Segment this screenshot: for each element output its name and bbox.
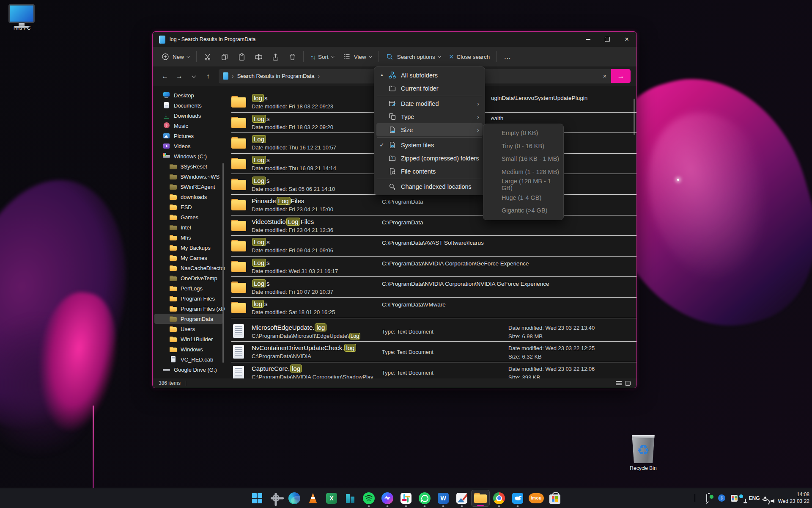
- result-row-folder[interactable]: LogsDate modified: Fri 10 07 20 10:37C:\…: [231, 277, 636, 298]
- result-row-folder[interactable]: LogsDate modified: Fri 09 04 21 09:06C:\…: [231, 236, 636, 257]
- taskbar-icon-edge[interactable]: [285, 490, 304, 507]
- paste-button[interactable]: [233, 50, 250, 64]
- sidebar-item--winreagent[interactable]: $WinREAgent: [153, 182, 225, 192]
- this-pc-icon[interactable]: This PC: [3, 4, 40, 31]
- taskbar-icon-spotify[interactable]: [359, 490, 378, 507]
- menu-item-system-files[interactable]: ✓System files: [376, 138, 483, 152]
- result-row-folder[interactable]: logsDate modified: Sat 18 01 20 16:25C:\…: [231, 298, 636, 318]
- taskbar-icon-photos[interactable]: [453, 490, 471, 507]
- sidebar-item-downloads[interactable]: Downloads: [153, 110, 225, 121]
- result-row-file[interactable]: MicrosoftEdgeUpdate.logC:\ProgramData\Mi…: [231, 321, 636, 342]
- menu-item-file-contents[interactable]: File contents: [376, 165, 483, 178]
- menu-item-current-folder[interactable]: Current folder: [376, 82, 483, 95]
- taskbar-icon-slack[interactable]: [397, 490, 415, 507]
- sidebar-item-my-backups[interactable]: My Backups: [153, 243, 225, 253]
- result-row-file[interactable]: CaptureCore.logC:\ProgramData\NVIDIA Cor…: [231, 362, 636, 378]
- sidebar-item-nascachedirectory[interactable]: NasCacheDirectory: [153, 263, 225, 273]
- sidebar-item-vc-red-cab[interactable]: VC_RED.cab: [153, 354, 225, 364]
- sidebar-item-users[interactable]: Users: [153, 324, 225, 334]
- taskbar-icon-buildings[interactable]: [341, 490, 359, 507]
- sidebar-scrollbar[interactable]: [222, 163, 224, 363]
- clear-search-icon[interactable]: ×: [598, 72, 611, 80]
- sidebar-item--sysreset[interactable]: $SysReset: [153, 161, 225, 171]
- taskbar-icon-word[interactable]: W: [434, 490, 453, 507]
- sidebar-item-windows[interactable]: Windows: [153, 344, 225, 354]
- sidebar-item-google-drive-g-[interactable]: Google Drive (G:): [153, 364, 225, 375]
- tray-usb-icon[interactable]: [706, 494, 707, 502]
- sidebar-item-pictures[interactable]: Pictures: [153, 131, 225, 141]
- maximize-button[interactable]: [598, 32, 617, 47]
- up-button[interactable]: ↑: [202, 70, 214, 83]
- search-go-button[interactable]: →: [611, 69, 631, 83]
- taskbar-icon-imou[interactable]: imou: [527, 490, 546, 507]
- sidebar-item-win11builder[interactable]: Win11Builder: [153, 334, 225, 344]
- cut-button[interactable]: [199, 50, 216, 64]
- result-row-folder[interactable]: Pinnacle Log FilesDate modified: Fri 23 …: [231, 195, 636, 215]
- taskbar-icon-start[interactable]: [248, 490, 266, 507]
- tray-show-hidden-icons[interactable]: [695, 494, 695, 502]
- sort-button[interactable]: ↑↓ Sort: [306, 50, 338, 64]
- taskbar-icon-messenger[interactable]: [378, 490, 397, 507]
- large-icons-view-icon[interactable]: [625, 381, 631, 386]
- sidebar-item-videos[interactable]: Videos: [153, 141, 225, 151]
- sidebar-item-onedrivetemp[interactable]: OneDriveTemp: [153, 273, 225, 283]
- sidebar-item-my-games[interactable]: My Games: [153, 253, 225, 263]
- sidebar-item-program-files-x86-[interactable]: Program Files (x86): [153, 304, 225, 314]
- view-button[interactable]: View: [338, 50, 376, 64]
- close-search-button[interactable]: × Close search: [445, 50, 494, 64]
- menu-item-change-indexed-locations[interactable]: Change indexed locations: [376, 180, 483, 193]
- minimize-button[interactable]: [578, 32, 598, 47]
- forward-button[interactable]: →: [173, 70, 186, 83]
- more-options-button[interactable]: …: [499, 50, 516, 64]
- taskbar-icon-vlc[interactable]: [304, 490, 322, 507]
- menu-item-type[interactable]: Type›: [376, 110, 483, 123]
- sidebar-item-desktop[interactable]: Desktop: [153, 90, 225, 100]
- title-bar[interactable]: log - Search Results in ProgramData ×: [153, 32, 636, 47]
- tray-photos-icon[interactable]: [731, 495, 738, 502]
- submenu-item-medium-1-128-mb-[interactable]: Medium (1 - 128 MB): [486, 166, 561, 179]
- sidebar-item-windows-c-[interactable]: Windows (C:): [153, 151, 225, 161]
- submenu-item-empty-0-kb-[interactable]: Empty (0 KB): [486, 127, 561, 140]
- menu-item-size[interactable]: Size›: [376, 123, 483, 136]
- sidebar-item-programdata[interactable]: ProgramData: [154, 314, 223, 324]
- menu-item-date-modified[interactable]: Date modified›: [376, 97, 483, 110]
- tray-bluetooth-icon[interactable]: ᛒ: [718, 494, 725, 502]
- sidebar-item-perflogs[interactable]: PerfLogs: [153, 283, 225, 293]
- language-indicator[interactable]: ENG: [749, 495, 760, 501]
- submenu-item-tiny-0-16-kb-[interactable]: Tiny (0 - 16 KB): [486, 140, 561, 153]
- submenu-item-large-128-mb-1-gb-[interactable]: Large (128 MB - 1 GB): [486, 178, 561, 191]
- sidebar-item-games[interactable]: Games: [153, 212, 225, 222]
- taskbar-icon-explorer[interactable]: [471, 490, 490, 507]
- rename-button[interactable]: [250, 50, 267, 64]
- menu-item-all-subfolders[interactable]: •All subfolders: [376, 69, 483, 82]
- submenu-item-gigantic-4-gb-[interactable]: Gigantic (>4 GB): [486, 204, 561, 217]
- taskbar-icon-chrome[interactable]: [490, 490, 508, 507]
- taskbar-icon-settings[interactable]: [266, 490, 285, 507]
- taskbar-icon-twitter[interactable]: [508, 490, 527, 507]
- copy-button[interactable]: [216, 50, 233, 64]
- sidebar-item-documents[interactable]: Documents: [153, 100, 225, 110]
- close-button[interactable]: ×: [617, 32, 636, 47]
- taskbar-icon-store[interactable]: [546, 490, 564, 507]
- sidebar-item-intel[interactable]: Intel: [153, 222, 225, 232]
- sidebar-item-mhs[interactable]: Mhs: [153, 232, 225, 243]
- sidebar-item-music[interactable]: Music: [153, 121, 225, 131]
- sidebar-item-downloads[interactable]: downloads: [153, 192, 225, 202]
- submenu-item-huge-1-4-gb-[interactable]: Huge (1-4 GB): [486, 191, 561, 204]
- recent-locations-button[interactable]: [187, 70, 200, 83]
- back-button[interactable]: ←: [159, 70, 171, 83]
- result-row-file[interactable]: NvContainerDriverUpdateCheck.logC:\Progr…: [231, 342, 636, 362]
- details-view-icon[interactable]: [616, 381, 622, 386]
- new-button[interactable]: New: [157, 50, 194, 64]
- delete-button[interactable]: [284, 50, 301, 64]
- search-options-button[interactable]: Search options: [381, 50, 445, 64]
- result-row-folder[interactable]: VideoStudio Log FilesDate modified: Fri …: [231, 215, 636, 236]
- share-button[interactable]: [267, 50, 284, 64]
- result-row-folder[interactable]: LogsDate modified: Wed 31 03 21 16:17C:\…: [231, 257, 636, 277]
- sidebar-item-program-files[interactable]: Program Files: [153, 293, 225, 304]
- sidebar-item-esd[interactable]: ESD: [153, 202, 225, 212]
- taskbar-icon-excel[interactable]: X: [322, 490, 341, 507]
- recycle-bin-icon[interactable]: ♻ Recycle Bin: [625, 435, 661, 471]
- taskbar-icon-whatsapp[interactable]: [415, 490, 434, 507]
- sidebar-item--windows-ws[interactable]: $Windows.~WS: [153, 171, 225, 182]
